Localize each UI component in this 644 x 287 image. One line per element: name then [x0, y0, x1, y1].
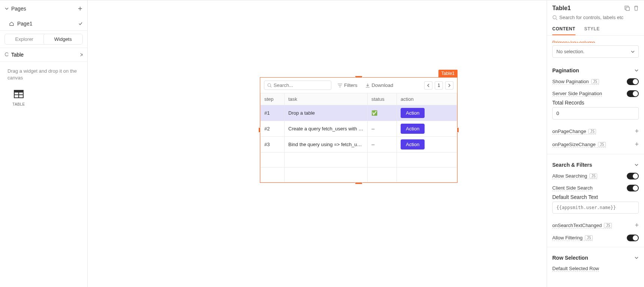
js-toggle[interactable]: JS [588, 129, 596, 134]
search-icon [267, 83, 271, 88]
js-toggle[interactable]: JS [591, 79, 599, 84]
total-records-label: Total Records [552, 100, 584, 106]
allow-searching-toggle[interactable] [627, 173, 639, 179]
default-selected-row-label: Default Selected Row [552, 266, 599, 272]
default-search-input[interactable] [552, 202, 639, 214]
onpagesizechange-label: onPageSizeChange [552, 142, 596, 147]
table-search[interactable] [264, 81, 331, 90]
chevron-down-icon [4, 6, 9, 11]
action-button[interactable]: Action [401, 139, 425, 149]
section-search-filters[interactable]: Search & Filters [552, 160, 639, 170]
add-action-button[interactable]: + [635, 127, 639, 135]
section-pagination[interactable]: Pagination [552, 65, 639, 76]
pager: 1 [424, 81, 453, 90]
delete-icon[interactable] [634, 6, 639, 11]
table-row[interactable]: #2Create a query fetch_users with t...--… [261, 121, 457, 137]
widget-search-input[interactable] [11, 52, 77, 58]
seg-explorer[interactable]: Explorer [5, 34, 44, 44]
primary-key-select[interactable]: No selection. [552, 45, 639, 58]
canvas[interactable]: Table1 Filters Download [88, 0, 547, 287]
total-records-input[interactable] [552, 107, 639, 120]
js-toggle[interactable]: JS [589, 173, 597, 178]
js-toggle[interactable]: JS [598, 142, 606, 147]
chevron-down-icon [634, 68, 639, 73]
allow-searching-label: Allow Searching [552, 173, 587, 179]
section-label: Search & Filters [552, 162, 592, 168]
table-icon [14, 90, 24, 98]
column-header[interactable]: status [368, 93, 397, 105]
check-icon [78, 21, 83, 26]
chevron-down-icon [634, 256, 639, 260]
show-pagination-toggle[interactable] [627, 78, 639, 85]
action-button[interactable]: Action [401, 108, 425, 118]
client-side-search-toggle[interactable] [627, 185, 639, 191]
tab-style[interactable]: STYLE [584, 23, 600, 35]
section-row-selection[interactable]: Row Selection [552, 253, 639, 263]
add-action-button[interactable]: + [635, 141, 639, 148]
widget-name-badge[interactable]: Table1 [438, 70, 458, 77]
cell-status: ✅ [368, 105, 397, 121]
download-icon [365, 83, 370, 88]
section-label: Pagination [552, 67, 579, 73]
property-search-input[interactable] [559, 15, 639, 20]
cell-task: Create a query fetch_users with t... [285, 121, 368, 137]
page-number: 1 [435, 81, 443, 90]
resize-handle-right[interactable] [457, 127, 459, 133]
server-side-toggle[interactable] [627, 90, 639, 97]
cell-task: Bind the query using => fetch_use... [285, 137, 368, 152]
filters-label: Filters [344, 82, 357, 88]
resize-handle-left[interactable] [258, 127, 261, 133]
allow-filtering-toggle[interactable] [627, 235, 639, 241]
js-toggle[interactable]: JS [585, 235, 593, 240]
table-toolbar: Filters Download 1 [260, 78, 457, 93]
svg-rect-7 [626, 7, 629, 10]
table-search-input[interactable] [274, 82, 328, 88]
add-action-button[interactable]: + [635, 221, 639, 229]
filters-button[interactable]: Filters [335, 81, 359, 90]
table-row[interactable]: #3Bind the query using => fetch_use...--… [261, 137, 457, 152]
onsearchtextchanged-label: onSearchTextChanged [552, 223, 602, 228]
action-button[interactable]: Action [401, 124, 425, 134]
table-widget-tile[interactable]: TABLE [7, 87, 30, 106]
resize-handle-top[interactable] [355, 76, 362, 78]
cell-status: -- [368, 121, 397, 137]
search-icon [552, 15, 557, 20]
server-side-label: Server Side Pagination [552, 91, 602, 97]
default-search-label: Default Search Text [552, 194, 598, 200]
search-icon [4, 52, 8, 57]
property-pane-title[interactable]: Table1 [552, 5, 571, 12]
close-icon[interactable] [80, 52, 83, 57]
prev-page-button[interactable] [424, 81, 432, 90]
page-name: Page1 [17, 21, 32, 27]
onpagechange-label: onPageChange [552, 129, 586, 134]
left-panel: Pages Page1 Explorer Widgets Drag a widg… [0, 0, 88, 287]
panel-segment: Explorer Widgets [4, 34, 83, 45]
resize-handle-bottom[interactable] [355, 182, 362, 184]
show-pagination-label: Show Pagination [552, 79, 589, 84]
cell-task: Drop a table [285, 105, 368, 121]
download-button[interactable]: Download [363, 81, 395, 90]
svg-point-8 [553, 15, 556, 19]
page-item[interactable]: Page1 [0, 17, 87, 30]
cell-step: #2 [261, 121, 285, 137]
chevron-down-icon [631, 50, 635, 54]
cell-step: #3 [261, 137, 285, 152]
widget-tile-label: TABLE [12, 102, 25, 106]
primary-key-value: No selection. [556, 49, 584, 54]
column-header[interactable]: task [285, 93, 368, 105]
next-page-button[interactable] [445, 81, 453, 90]
cell-step: #1 [261, 105, 285, 121]
home-icon [9, 21, 14, 26]
table-row[interactable]: #1Drop a table✅Action [261, 105, 457, 121]
tab-content[interactable]: CONTENT [552, 23, 575, 35]
seg-widgets[interactable]: Widgets [43, 34, 83, 45]
pages-header: Pages [0, 0, 87, 17]
column-header[interactable]: action [397, 93, 457, 105]
table-widget-wrap[interactable]: Table1 Filters Download [260, 77, 458, 183]
plus-icon[interactable] [78, 6, 83, 11]
js-toggle[interactable]: JS [604, 223, 612, 228]
pages-toggle[interactable]: Pages [4, 6, 26, 12]
column-header[interactable]: step [261, 93, 285, 105]
copy-icon[interactable] [625, 6, 630, 11]
section-label: Row Selection [552, 255, 588, 261]
